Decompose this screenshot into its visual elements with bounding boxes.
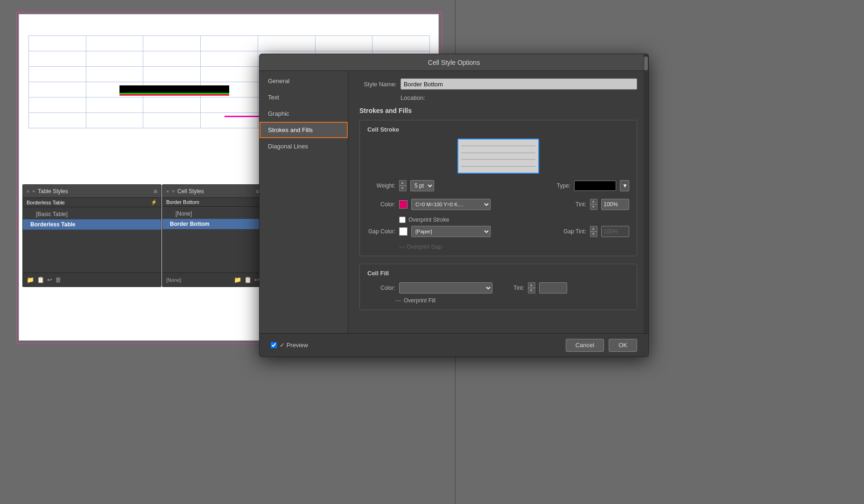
panel-cell-footer: [None] 📁 📋 ↩ <box>162 273 263 287</box>
preview-checkbox-row: ✓ Preview <box>271 342 308 349</box>
weight-select[interactable]: 5 pt 1 pt 2 pt <box>410 180 434 191</box>
style-name-input[interactable] <box>400 78 637 90</box>
spinner-up[interactable]: ▲ <box>590 199 597 204</box>
table-row <box>28 35 430 51</box>
fill-color-label: Color: <box>367 285 395 291</box>
overprint-gap-label: —Overprint Gap <box>399 244 629 250</box>
magenta-line <box>225 116 262 117</box>
tint-spinner[interactable]: ▲ ▼ <box>590 199 597 210</box>
table-cell <box>28 82 86 97</box>
cell-styles-panel: × » Cell Styles ≡ Border Bottom [None] B… <box>162 184 264 287</box>
stroke-inner-lines <box>458 140 538 173</box>
panel-expand-icon[interactable]: » <box>172 189 175 194</box>
table-cell <box>143 98 201 112</box>
fill-tint-input[interactable] <box>539 282 567 294</box>
delete-style-icon[interactable]: 🗑 <box>55 276 61 283</box>
location-row: Location: <box>359 94 637 101</box>
color-swatch <box>399 200 407 209</box>
type-dropdown-btn[interactable]: ▼ <box>620 180 629 191</box>
overprint-stroke-label: Overprint Stroke <box>408 217 449 223</box>
gap-tint-row: Gap Tint: ▲ ▼ <box>558 226 629 237</box>
table-cell <box>201 51 258 66</box>
table-cell <box>143 67 201 82</box>
overprint-stroke-checkbox[interactable] <box>399 217 406 223</box>
table-cell <box>28 36 86 51</box>
color-row: Color: C=0 M=100 Y=0 K.... <box>367 199 491 210</box>
cell-stroke-title: Cell Stroke <box>367 126 629 133</box>
nav-item-general[interactable]: General <box>260 73 348 89</box>
gap-tint-spinner[interactable]: ▲ ▼ <box>590 226 597 237</box>
fill-color-select[interactable] <box>399 282 492 294</box>
panel-menu-icon[interactable]: ≡ <box>154 188 157 195</box>
color-select[interactable]: C=0 M=100 Y=0 K.... <box>411 199 491 210</box>
load-styles-icon[interactable]: 📁 <box>234 276 241 283</box>
dialog-body: General Text Graphic Strokes and Fills D… <box>260 71 648 333</box>
tint-input[interactable] <box>601 199 629 210</box>
red-bar <box>119 94 229 96</box>
spinner-up[interactable]: ▲ <box>399 180 407 186</box>
table-styles-list: [Basic Table] Borderless Table <box>23 207 161 231</box>
tint-label: Tint: <box>558 201 586 208</box>
cell-stroke-section: Cell Stroke <box>359 120 637 256</box>
table-styles-panel: × « Table Styles ≡ Borderless Table ⚡ [B… <box>22 184 162 287</box>
duplicate-style-icon[interactable]: ↩ <box>47 276 52 283</box>
new-style-icon[interactable]: 📋 <box>37 276 44 283</box>
preview-checkbox[interactable] <box>271 342 277 348</box>
table-cell <box>28 113 86 128</box>
weight-label: Weight: <box>367 182 395 189</box>
strokes-fills-header: Strokes and Fills <box>359 107 637 114</box>
list-item-selected[interactable]: Borderless Table <box>23 219 161 230</box>
canvas: × « Table Styles ≡ Borderless Table ⚡ [B… <box>0 0 864 504</box>
dialog-main-content: Style Name: Location: Strokes and Fills … <box>348 71 648 333</box>
spinner-down[interactable]: ▼ <box>590 231 597 237</box>
dialog-btn-group: Cancel OK <box>566 339 637 352</box>
overprint-fill-label: Overprint Fill <box>404 297 436 304</box>
spinner-up[interactable]: ▲ <box>528 282 535 288</box>
table-cell <box>201 98 258 112</box>
table-cell <box>28 51 86 66</box>
spinner-down[interactable]: ▼ <box>399 186 407 191</box>
panel-close-button[interactable]: × <box>166 189 169 194</box>
ok-button[interactable]: OK <box>609 339 637 352</box>
list-item[interactable]: [None] <box>162 209 263 219</box>
table-cell <box>372 36 430 51</box>
gap-tint-input[interactable] <box>601 226 629 237</box>
weight-spinner[interactable]: ▲ ▼ <box>399 180 407 191</box>
panel-current-style: Borderless Table ⚡ <box>23 198 161 207</box>
table-cell <box>258 36 316 51</box>
table-cell <box>86 67 144 82</box>
preview-label: ✓ Preview <box>280 342 308 349</box>
table-cell <box>28 67 86 82</box>
dialog-footer: ✓ Preview Cancel OK <box>260 333 648 357</box>
color-label: Color: <box>367 201 395 208</box>
gap-color-select[interactable]: [Paper] <box>411 226 491 237</box>
nav-item-strokes-fills[interactable]: Strokes and Fills <box>260 122 348 138</box>
panel-close-button[interactable]: × <box>27 189 29 194</box>
list-item-selected[interactable]: Border Bottom <box>162 219 263 229</box>
overprint-stroke-row: Overprint Stroke <box>399 217 629 223</box>
spinner-up[interactable]: ▲ <box>590 226 597 231</box>
table-cell <box>143 51 201 66</box>
table-cell <box>28 98 86 112</box>
spinner-down[interactable]: ▼ <box>590 204 597 210</box>
nav-item-diagonal-lines[interactable]: Diagonal Lines <box>260 138 348 154</box>
nav-scrollbar[interactable] <box>644 54 648 357</box>
gap-tint-label: Gap Tint: <box>558 228 586 235</box>
panel-table-footer: 📁 📋 ↩ 🗑 <box>23 273 161 287</box>
cell-style-options-dialog: Cell Style Options General Text Graphic … <box>259 54 649 357</box>
cancel-button[interactable]: Cancel <box>566 339 604 352</box>
panel-cell-styles-header: × » Cell Styles ≡ <box>162 185 263 198</box>
nav-item-text[interactable]: Text <box>260 89 348 105</box>
nav-item-graphic[interactable]: Graphic <box>260 105 348 122</box>
list-item[interactable]: [Basic Table] <box>23 209 161 219</box>
fill-tint-spinner[interactable]: ▲ ▼ <box>528 282 535 294</box>
spinner-down[interactable]: ▼ <box>528 288 535 294</box>
panel-cell-styles-title: Cell Styles <box>177 188 204 195</box>
load-styles-icon[interactable]: 📁 <box>27 276 34 283</box>
new-style-icon[interactable]: 📋 <box>244 276 252 283</box>
panel-header-left: × « Table Styles <box>27 188 68 195</box>
panel-header-left: × » Cell Styles <box>166 188 204 195</box>
current-style-label: Borderless Table <box>27 200 65 205</box>
panel-collapse-icon[interactable]: « <box>32 189 35 194</box>
table-cell <box>86 113 144 128</box>
